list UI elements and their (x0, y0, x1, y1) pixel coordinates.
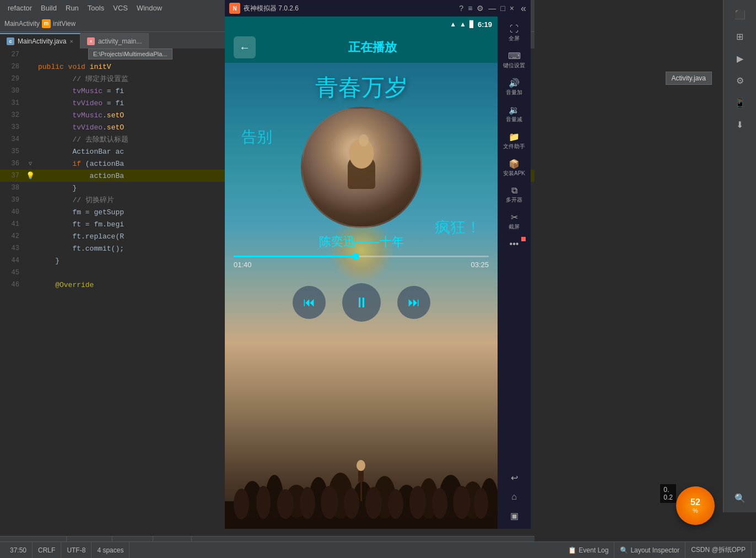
float-badge-value: 52 (690, 497, 700, 507)
event-log-icon: 📋 (568, 546, 576, 554)
vol-up-icon: 🔊 (509, 78, 520, 88)
menu-run[interactable]: Run (62, 3, 82, 13)
face-highlight (359, 134, 369, 147)
svg-point-16 (300, 487, 315, 519)
fullscreen-label: 全屏 (509, 35, 520, 42)
pause-button[interactable]: ⏸ (342, 283, 381, 322)
file-path-text: E:\Projects\MultimediaPla... (93, 51, 168, 57)
menu-vcs[interactable]: VCS (110, 3, 131, 13)
progress-fill (234, 256, 356, 257)
tab-activity-main[interactable]: x activity_main... (80, 33, 149, 48)
emulator-sidebar: ⛶ 全屏 ⌨ 键位设置 🔊 音量加 🔉 音量减 📁 文件助手 📦 安装APK ⧉… (498, 17, 531, 529)
phone-statusbar: ▲ ▲ ▊ 6:19 (225, 17, 498, 32)
status-event-log[interactable]: 📋 Event Log (563, 542, 614, 558)
next-icon: ⏭ (408, 295, 420, 310)
status-indent[interactable]: 4 spaces (91, 542, 129, 558)
emu-recents-btn[interactable]: ▣ (500, 507, 528, 524)
tab-close-main[interactable]: × (69, 38, 73, 45)
ide-right-toolbar: ⬛ ⊞ ▶ ⚙ 📱 ⬇ 🔍 (723, 0, 756, 512)
menu-tools[interactable]: Tools (84, 3, 107, 13)
layout-inspector-bottom[interactable]: 🔍 Layout Inspector (614, 542, 685, 558)
pause-icon: ⏸ (354, 294, 369, 311)
ide-tool-device[interactable]: 📱 (728, 93, 752, 112)
close-window-icon[interactable]: × (510, 4, 514, 13)
back-arrow-icon: ← (239, 41, 250, 54)
maximize-icon[interactable]: □ (500, 4, 505, 13)
minimize-icon[interactable]: — (488, 4, 496, 13)
emu-more-btn[interactable]: ••• (500, 236, 528, 252)
emu-vol-up-btn[interactable]: 🔊 音量加 (500, 74, 528, 99)
settings-icon[interactable]: ⚙ (477, 4, 484, 13)
phone-time: 6:19 (478, 20, 492, 29)
apk-icon: 📦 (509, 159, 520, 169)
fold-icon-36[interactable]: ▽ (29, 160, 32, 167)
ide-tool-download[interactable]: ⬇ (728, 115, 752, 134)
back-button[interactable]: ← (234, 36, 256, 58)
file-label: 文件助手 (503, 143, 525, 150)
apk-label: 安装APK (503, 170, 525, 177)
ide-tool-stop[interactable]: ⬛ (728, 4, 752, 24)
ide-tool-layout[interactable]: ⊞ (728, 26, 752, 46)
emu-apk-btn[interactable]: 📦 安装APK (500, 155, 528, 180)
keymapping-label: 键位设置 (503, 62, 525, 69)
ide-tool-search[interactable]: 🔍 (728, 488, 752, 508)
crowd-silhouette (225, 419, 498, 529)
nav-back-icon[interactable]: « (521, 3, 526, 14)
emu-back-btn[interactable]: ↩ (500, 469, 528, 486)
emu-screenshot-btn[interactable]: ✂ 截屏 (500, 209, 528, 234)
progress-thumb (352, 253, 359, 260)
emulator-title: 夜神模拟器 7.0.2.6 (244, 4, 459, 13)
corner-numbers: 0. 0.2 (660, 484, 676, 503)
activity-java-tooltip: Activity.java (666, 72, 712, 85)
menu-build[interactable]: Build (37, 3, 60, 13)
svg-point-19 (365, 487, 382, 519)
status-crlf[interactable]: CRLF (33, 542, 61, 558)
status-line-col[interactable]: 37:50 (4, 542, 33, 558)
song-title: 陈奕迅——十年 (225, 234, 498, 250)
app-header: ← 正在播放 (225, 32, 498, 63)
status-line-col-value: 37:50 (10, 546, 26, 554)
corner-num-1: 0. (663, 486, 673, 494)
help-icon[interactable]: ? (459, 4, 463, 13)
next-button[interactable]: ⏭ (397, 286, 430, 319)
tab-activity-main-label: activity_main... (98, 37, 142, 45)
progress-track[interactable] (234, 256, 489, 257)
emu-home-btn[interactable]: ⌂ (500, 489, 528, 505)
notification-dot (521, 237, 526, 241)
progress-times: 01:40 03:25 (234, 261, 489, 269)
svg-point-17 (321, 486, 338, 519)
calligraphy-main: 青春万岁 (241, 74, 481, 101)
emu-multi-btn[interactable]: ⧉ 多开器 (500, 182, 528, 207)
more-icon: ••• (510, 239, 519, 249)
breadcrumb-init-view[interactable]: initView (53, 20, 75, 28)
tab-xml-icon: x (87, 37, 95, 45)
float-badge-unit: % (693, 507, 698, 514)
emu-file-btn[interactable]: 📁 文件助手 (500, 128, 528, 153)
progress-container: 01:40 03:25 (234, 256, 489, 269)
file-icon: 📁 (509, 132, 520, 142)
keymapping-icon: ⌨ (508, 51, 521, 61)
status-encoding[interactable]: UTF-8 (61, 542, 91, 558)
emu-back-icon: ↩ (511, 473, 518, 483)
menu-refactor[interactable]: refactor (4, 3, 35, 13)
lightbulb-icon-37[interactable]: 💡 (26, 171, 35, 180)
ide-tool-settings[interactable]: ⚙ (728, 71, 752, 90)
emu-keymapping-btn[interactable]: ⌨ 键位设置 (500, 47, 528, 72)
menu-icon[interactable]: ≡ (468, 4, 472, 13)
breadcrumb-main-activity[interactable]: MainActivity (4, 20, 40, 28)
emu-fullscreen-btn[interactable]: ⛶ 全屏 (500, 21, 528, 45)
svg-point-24 (474, 488, 488, 519)
csdn-watermark-text: CSDN @拆纸OPP (691, 545, 746, 555)
prev-button[interactable]: ⏮ (293, 286, 326, 319)
emu-vol-down-btn[interactable]: 🔉 音量减 (500, 101, 528, 126)
tab-main-activity[interactable]: c MainActivity.java × (0, 33, 80, 48)
svg-rect-27 (358, 471, 364, 482)
menu-window[interactable]: Window (133, 3, 165, 13)
tab-main-activity-label: MainActivity.java (18, 37, 66, 45)
status-csdn: CSDN @拆纸OPP (685, 542, 752, 558)
ide-tool-run[interactable]: ▶ (728, 48, 752, 68)
multi-icon: ⧉ (511, 186, 517, 196)
wifi-icon: ▲ (450, 20, 456, 28)
emulator-window: N 夜神模拟器 7.0.2.6 ? ≡ ⚙ — □ × « ▲ ▲ ▊ 6:19… (225, 0, 531, 529)
multi-label: 多开器 (506, 197, 522, 203)
